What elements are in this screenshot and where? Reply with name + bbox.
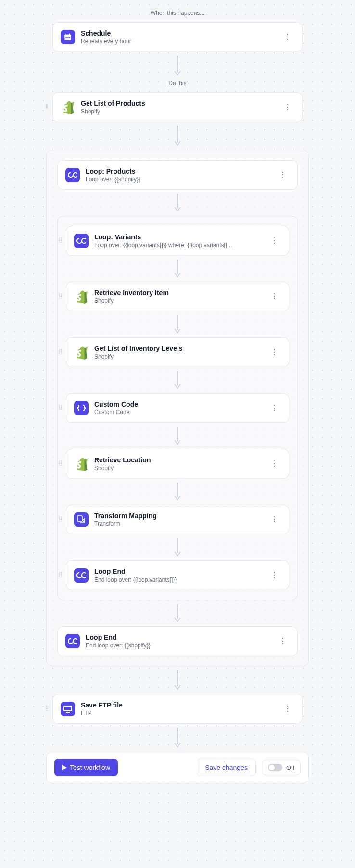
card-subtitle: Loop over: {{loop.variants[]}} where: {{…: [94, 242, 262, 248]
loop-products-card[interactable]: Loop: Products Loop over: {{shopify}} ⋮: [57, 160, 298, 190]
loop-end-variants-card[interactable]: ⠿⠿ Loop End End loop over: {{loop.varian…: [66, 560, 289, 590]
save-changes-button[interactable]: Save changes: [197, 759, 256, 776]
test-workflow-button[interactable]: Test workflow: [54, 759, 118, 776]
card-subtitle: Shopify: [94, 353, 262, 360]
card-title: Retrieve Inventory Item: [94, 289, 262, 297]
loop-variants-card[interactable]: ⠿⠿ Loop: Variants Loop over: {{loop.vari…: [66, 226, 289, 256]
card-subtitle: Transform: [94, 521, 262, 527]
drag-handle-icon[interactable]: ⠿⠿: [45, 105, 49, 109]
card-title: Loop End: [94, 568, 262, 575]
more-button[interactable]: ⋮: [281, 31, 294, 43]
loop-icon: [65, 168, 80, 182]
card-subtitle: Shopify: [94, 298, 262, 304]
more-button[interactable]: ⋮: [267, 347, 281, 358]
drag-handle-icon[interactable]: ⠿⠿: [45, 707, 49, 711]
more-button[interactable]: ⋮: [281, 703, 294, 715]
card-title: Loop: Variants: [94, 233, 262, 241]
card-title: Save FTP file: [81, 701, 275, 709]
workflow-toggle[interactable]: Off: [262, 760, 301, 775]
shopify-icon: [61, 100, 75, 114]
card-subtitle: FTP: [81, 710, 275, 717]
save-ftp-card[interactable]: ⠿⠿ Save FTP file FTP ⋮: [52, 694, 303, 724]
arrow-connector: [47, 600, 308, 626]
svg-rect-6: [69, 37, 70, 38]
loop-icon: [74, 568, 89, 583]
more-button[interactable]: ⋮: [267, 235, 281, 247]
arrow-connector: [58, 534, 297, 560]
transform-icon: [74, 512, 89, 527]
arrow-connector: [58, 311, 297, 337]
svg-rect-1: [64, 35, 71, 37]
card-title: Loop: Products: [86, 167, 270, 175]
play-icon: [62, 765, 67, 770]
card-title: Retrieve Location: [94, 456, 262, 464]
svg-rect-4: [66, 37, 67, 38]
card-title: Get List of Inventory Levels: [94, 345, 262, 352]
drag-handle-icon[interactable]: ⠿⠿: [59, 462, 63, 466]
calendar-icon: [61, 30, 75, 44]
drag-handle-icon[interactable]: ⠿⠿: [59, 295, 63, 298]
drag-handle-icon[interactable]: ⠿⠿: [59, 350, 63, 354]
arrow-connector: [0, 666, 355, 694]
custom-code-card[interactable]: ⠿⠿ Custom Code Custom Code ⋮: [66, 393, 289, 423]
more-button[interactable]: ⋮: [267, 291, 281, 302]
retrieve-location-card[interactable]: ⠿⠿ Retrieve Location Shopify ⋮: [66, 449, 289, 479]
shopify-icon: [74, 345, 89, 360]
drag-handle-icon[interactable]: ⠿⠿: [59, 239, 63, 243]
toggle-track: [268, 764, 282, 771]
arrow-connector: [58, 479, 297, 505]
svg-rect-2: [66, 34, 67, 36]
card-subtitle: End loop over: {{shopify}}: [86, 642, 270, 649]
shopify-icon: [74, 457, 89, 471]
loop-icon: [74, 234, 89, 248]
loop-products-group: Loop: Products Loop over: {{shopify}} ⋮ …: [46, 150, 309, 666]
test-workflow-label: Test workflow: [70, 764, 110, 771]
arrow-connector: [58, 367, 297, 393]
action-section-label: Do this: [0, 80, 355, 87]
transform-mapping-card[interactable]: ⠿⠿ Transform Mapping Transform ⋮: [66, 505, 289, 534]
arrow-connector: [58, 256, 297, 282]
svg-rect-5: [67, 37, 68, 38]
more-button[interactable]: ⋮: [276, 169, 290, 181]
toggle-label: Off: [286, 764, 294, 771]
svg-rect-20: [64, 707, 71, 710]
ftp-icon: [61, 702, 75, 716]
card-subtitle: Shopify: [81, 108, 275, 115]
card-title: Transform Mapping: [94, 512, 262, 520]
card-title: Loop End: [86, 633, 270, 641]
arrow-connector: [0, 724, 355, 752]
card-subtitle: Custom Code: [94, 409, 262, 416]
drag-handle-icon[interactable]: ⠿⠿: [59, 573, 63, 577]
card-title: Get List of Products: [81, 99, 275, 107]
arrow-connector: [47, 190, 308, 216]
drag-handle-icon[interactable]: ⠿⠿: [59, 406, 63, 410]
card-subtitle: Shopify: [94, 465, 262, 471]
workflow-footer: Test workflow Save changes Off: [46, 752, 309, 783]
drag-handle-icon[interactable]: ⠿⠿: [59, 518, 63, 521]
card-subtitle: Loop over: {{shopify}}: [86, 176, 270, 183]
get-products-card[interactable]: ⠿⠿ Get List of Products Shopify ⋮: [52, 92, 303, 122]
more-button[interactable]: ⋮: [281, 101, 294, 113]
get-inventory-levels-card[interactable]: ⠿⠿ Get List of Inventory Levels Shopify …: [66, 337, 289, 367]
svg-rect-15: [77, 516, 82, 521]
code-braces-icon: [74, 401, 89, 415]
trigger-section-label: When this happens...: [0, 10, 355, 16]
card-subtitle: End loop over: {{loop.variants[]}}: [94, 576, 262, 583]
card-title: Schedule: [81, 29, 275, 37]
more-button[interactable]: ⋮: [267, 402, 281, 414]
schedule-card[interactable]: Schedule Repeats every hour ⋮: [52, 22, 303, 52]
svg-rect-21: [66, 712, 70, 713]
more-button[interactable]: ⋮: [267, 570, 281, 581]
card-title: Custom Code: [94, 400, 262, 408]
arrow-connector: [0, 122, 355, 150]
more-button[interactable]: ⋮: [267, 514, 281, 525]
loop-end-products-card[interactable]: Loop End End loop over: {{shopify}} ⋮: [57, 626, 298, 656]
more-button[interactable]: ⋮: [267, 458, 281, 470]
loop-variants-group: ⠿⠿ Loop: Variants Loop over: {{loop.vari…: [57, 216, 298, 600]
svg-rect-3: [69, 34, 70, 36]
arrow-connector: [58, 423, 297, 449]
loop-icon: [65, 634, 80, 648]
more-button[interactable]: ⋮: [276, 635, 290, 647]
retrieve-inventory-item-card[interactable]: ⠿⠿ Retrieve Inventory Item Shopify ⋮: [66, 282, 289, 311]
arrow-connector: [0, 52, 355, 80]
